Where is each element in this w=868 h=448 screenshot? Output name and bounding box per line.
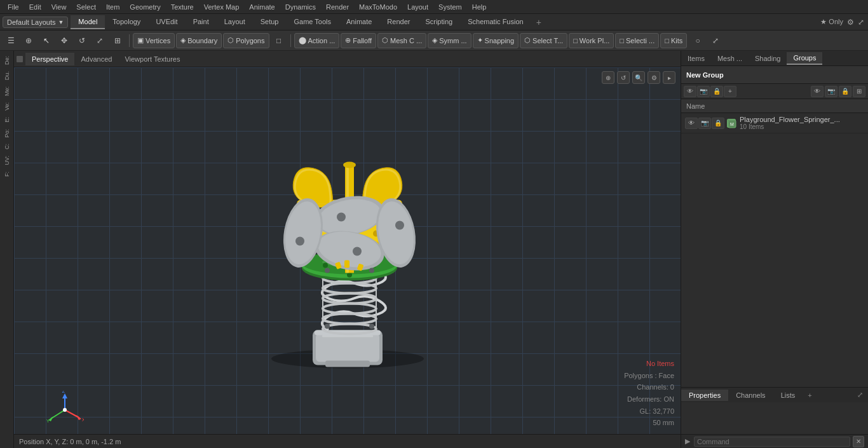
tab-properties[interactable]: Properties bbox=[681, 390, 728, 401]
tab-uvedit[interactable]: UVEdit bbox=[148, 15, 185, 29]
menu-dynamics[interactable]: Dynamics bbox=[280, 2, 321, 12]
item-eye-icon[interactable]: 👁 bbox=[685, 118, 698, 129]
viewport[interactable]: ⊕ ↺ 🔍 ⚙ ▸ bbox=[14, 67, 681, 448]
tool-circle-btn[interactable]: ⊕ bbox=[20, 33, 37, 48]
deformers-status: Deformers: ON bbox=[624, 393, 674, 405]
expand-icon[interactable]: ⤢ bbox=[858, 18, 864, 27]
add-panel-tab-button[interactable]: + bbox=[803, 390, 817, 401]
menu-file[interactable]: File bbox=[3, 2, 24, 12]
viewport-circle-btn[interactable]: ○ bbox=[689, 33, 706, 48]
menu-animate[interactable]: Animate bbox=[244, 2, 280, 12]
item-render-icon[interactable]: 📷 bbox=[698, 118, 711, 129]
mesh-pill[interactable]: ⬡ Mesh C ... bbox=[377, 33, 426, 48]
command-input[interactable] bbox=[694, 437, 850, 447]
vp-ctrl-expand[interactable]: ▸ bbox=[663, 71, 675, 84]
sidebar-item-me[interactable]: Me: bbox=[3, 84, 11, 98]
tab-game-tools[interactable]: Game Tools bbox=[286, 15, 339, 29]
mode-btn[interactable]: □ bbox=[271, 33, 287, 48]
sidebar-item-ve[interactable]: Ve: bbox=[3, 100, 11, 113]
menu-edit[interactable]: Edit bbox=[24, 2, 46, 12]
menu-max-to-modo[interactable]: MaxToModo bbox=[354, 2, 402, 12]
sidebar-item-e[interactable]: E: bbox=[3, 114, 11, 125]
menu-system[interactable]: System bbox=[433, 2, 467, 12]
tab-scripting[interactable]: Scripting bbox=[417, 15, 460, 29]
tab-topology[interactable]: Topology bbox=[105, 15, 148, 29]
tab-channels[interactable]: Channels bbox=[728, 390, 773, 401]
add-layout-tab-button[interactable]: + bbox=[531, 16, 546, 29]
extra-icon[interactable]: ⊞ bbox=[853, 86, 865, 97]
plus-icon[interactable]: + bbox=[724, 86, 736, 97]
tab-model[interactable]: Model bbox=[71, 15, 105, 29]
kits-pill[interactable]: □ Kits bbox=[660, 33, 687, 48]
select-t-label: Select T... bbox=[532, 37, 563, 44]
render-icon[interactable]: 📷 bbox=[697, 86, 710, 97]
group-item[interactable]: 👁 📷 🔒 M Playground_Flower_Springer_... 1… bbox=[681, 113, 868, 133]
tab-items[interactable]: Items bbox=[681, 53, 711, 64]
tab-mesh[interactable]: Mesh ... bbox=[711, 53, 749, 64]
vp-ctrl-fit[interactable]: ⊕ bbox=[602, 71, 614, 84]
selecti-pill[interactable]: □ Selecti ... bbox=[615, 33, 659, 48]
sidebar-item-de[interactable]: De: bbox=[3, 53, 11, 67]
viewport-dot[interactable] bbox=[17, 56, 23, 62]
expand-panel-icon[interactable]: ⤢ bbox=[852, 389, 868, 401]
menu-vertex-map[interactable]: Vertex Map bbox=[199, 2, 245, 12]
menu-view[interactable]: View bbox=[46, 2, 72, 12]
tab-animate[interactable]: Animate bbox=[339, 15, 379, 29]
eye-icon-2[interactable]: 👁 bbox=[811, 86, 824, 97]
svg-point-60 bbox=[63, 408, 67, 412]
tab-advanced[interactable]: Advanced bbox=[74, 53, 118, 65]
tab-groups[interactable]: Groups bbox=[787, 52, 822, 65]
sidebar-item-uv[interactable]: UV: bbox=[3, 153, 11, 168]
menu-layout[interactable]: Layout bbox=[402, 2, 433, 12]
settings-icon[interactable]: ⚙ bbox=[847, 18, 854, 27]
menu-geometry[interactable]: Geometry bbox=[125, 2, 165, 12]
symm-pill[interactable]: ◈ Symm ... bbox=[428, 33, 471, 48]
tab-layout[interactable]: Layout bbox=[217, 15, 253, 29]
vp-ctrl-rotate[interactable]: ↺ bbox=[617, 71, 630, 84]
select-t-pill[interactable]: ⬡ Select T... bbox=[520, 33, 567, 48]
polygons-pill[interactable]: ⬡ Polygons bbox=[223, 33, 269, 48]
vertices-pill[interactable]: ▣ Vertices bbox=[133, 33, 175, 48]
eye-icon[interactable]: 👁 bbox=[684, 86, 696, 97]
tool-cursor-btn[interactable]: ↖ bbox=[38, 33, 55, 48]
tab-setup[interactable]: Setup bbox=[253, 15, 287, 29]
menu-select[interactable]: Select bbox=[71, 2, 101, 12]
star-only-label[interactable]: ★ Only ⚙ ⤢ bbox=[820, 18, 868, 27]
tool-scale-btn[interactable]: ⤢ bbox=[92, 33, 108, 48]
sidebar-item-c[interactable]: C: bbox=[3, 141, 11, 152]
action-icon: ⬤ bbox=[299, 36, 306, 44]
command-clear-button[interactable]: ✕ bbox=[853, 436, 864, 447]
tab-perspective[interactable]: Perspective bbox=[25, 53, 74, 65]
item-lock-icon[interactable]: 🔒 bbox=[712, 118, 724, 129]
tab-schematic-fusion[interactable]: Schematic Fusion bbox=[460, 15, 531, 29]
svg-line-56 bbox=[65, 410, 79, 417]
lock-icon[interactable]: 🔒 bbox=[710, 86, 723, 97]
sidebar-item-f[interactable]: F: bbox=[3, 169, 11, 179]
lock-icon-2[interactable]: 🔒 bbox=[839, 86, 851, 97]
layout-dropdown[interactable]: Default Layouts ▼ bbox=[3, 17, 68, 28]
falloff-pill[interactable]: ⊕ Falloff bbox=[341, 33, 376, 48]
viewport-expand-btn[interactable]: ⤢ bbox=[707, 33, 724, 48]
sidebar-item-po[interactable]: Po: bbox=[3, 126, 11, 140]
tool-rotate-btn[interactable]: ↺ bbox=[74, 33, 90, 48]
tab-render[interactable]: Render bbox=[379, 15, 417, 29]
menu-render[interactable]: Render bbox=[321, 2, 354, 12]
tool-select-btn[interactable]: ☰ bbox=[3, 33, 19, 48]
vp-ctrl-settings[interactable]: ⚙ bbox=[648, 71, 660, 84]
menu-help[interactable]: Help bbox=[467, 2, 492, 12]
boundary-pill[interactable]: ◈ Boundary bbox=[176, 33, 222, 48]
tab-paint[interactable]: Paint bbox=[186, 15, 217, 29]
menu-texture[interactable]: Texture bbox=[166, 2, 199, 12]
tool-move-btn[interactable]: ✥ bbox=[56, 33, 72, 48]
tab-viewport-textures[interactable]: Viewport Textures bbox=[118, 53, 186, 65]
tool-transform-btn[interactable]: ⊞ bbox=[109, 33, 126, 48]
work-pl-pill[interactable]: □ Work Pl... bbox=[569, 33, 614, 48]
action-pill[interactable]: ⬤ Action ... bbox=[294, 33, 340, 48]
vp-ctrl-zoom[interactable]: 🔍 bbox=[632, 71, 645, 84]
tab-shading[interactable]: Shading bbox=[749, 53, 787, 64]
menu-item[interactable]: Item bbox=[101, 2, 125, 12]
sidebar-item-du[interactable]: Du. bbox=[3, 69, 11, 83]
snapping-pill[interactable]: ✦ Snapping bbox=[473, 33, 519, 48]
tab-lists[interactable]: Lists bbox=[773, 390, 803, 401]
render-icon-2[interactable]: 📷 bbox=[825, 86, 837, 97]
